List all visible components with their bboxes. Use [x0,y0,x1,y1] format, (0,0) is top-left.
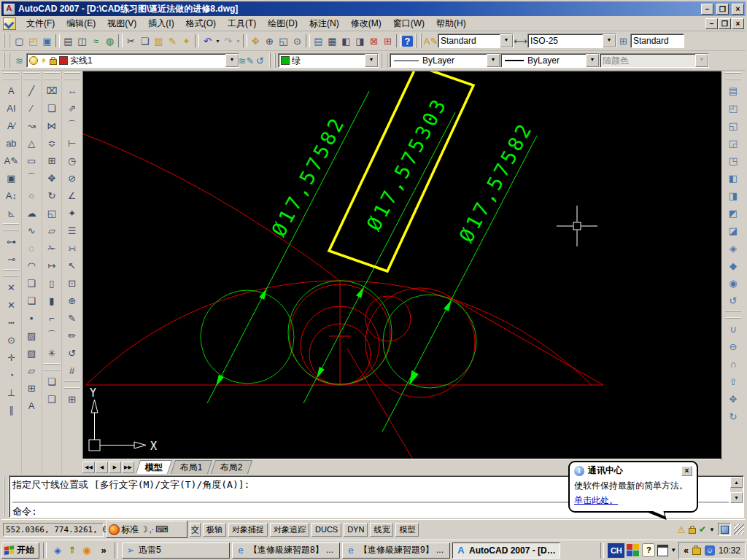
menu-modify[interactable]: 修改(M) [345,17,387,30]
help-icon[interactable]: ? [402,36,413,47]
frame-text-icon[interactable]: ▣ [2,169,20,187]
layer-combo[interactable]: ☀ 实线1 ▼ [26,53,239,68]
leader-icon[interactable]: ↖ [63,257,81,274]
layer-manager-icon[interactable]: ≋ [12,53,26,68]
distance-icon[interactable]: ⊶ [2,233,20,250]
toolbar-grip[interactable] [381,53,387,68]
move-icon[interactable]: ✥ [43,169,61,187]
nw-isometric-icon[interactable]: ◆ [724,257,742,274]
previous-view-icon[interactable]: ↺ [724,292,742,309]
revcloud-icon[interactable]: ☁ [23,204,40,222]
point-icon[interactable]: ▪ [23,309,40,327]
center-mark-icon[interactable]: ⊕ [63,292,81,309]
break-icon[interactable]: ▮ [43,292,61,309]
toolbar-grip[interactable] [269,53,276,68]
layer-dropdown-arrow[interactable]: ▼ [225,54,239,67]
dim-style-combo[interactable]: ISO-25 ▼ [527,34,616,48]
text-style-icon[interactable]: A✎ [2,152,20,169]
extrude-icon[interactable]: ⇧ [724,373,742,390]
popup-close-button[interactable]: × [681,466,692,476]
tab-model[interactable]: 模型 [136,460,172,474]
redo-icon[interactable]: ↷ [221,34,235,48]
layer-color-swatch[interactable] [59,56,68,65]
radius-dim-icon[interactable]: ◷ [63,152,81,169]
toggle-osnap[interactable]: 对象捕捉 [228,523,268,537]
new-icon[interactable]: ▢ [12,34,26,48]
fillet-icon[interactable]: ⌒ [43,327,61,344]
tray-security-lock-icon[interactable] [692,548,701,555]
stretch-icon[interactable]: ▱ [43,222,61,239]
minimize-button[interactable]: – [701,4,713,15]
arc-icon[interactable]: ⌒ [23,169,40,187]
break-point-icon[interactable]: ▯ [43,274,61,292]
construction-line-icon[interactable]: ∕ [23,99,40,117]
circle-icon[interactable]: ○ [23,187,40,204]
make-block-icon[interactable]: ❏ [23,292,40,309]
parallel-snap-icon[interactable]: ∥ [2,401,20,419]
task-autocad[interactable]: AAutoCAD 2007 - [D:... [452,542,560,559]
ellipse-icon[interactable]: ◌ [23,239,40,257]
dim-update-icon[interactable]: ↺ [63,344,81,362]
drawing-menu-icon[interactable] [3,18,16,30]
union-icon[interactable]: ∪ [724,320,742,338]
quicklaunch-desktop-icon[interactable]: ◈ [50,543,65,558]
save-icon[interactable]: ▣ [40,34,54,48]
trim-icon[interactable]: ✁ [43,239,61,257]
copy-clip-icon[interactable]: ❏ [138,34,152,48]
named-views-icon[interactable]: ▤ [724,82,742,99]
window-resize-grip[interactable] [734,524,744,534]
left-view-icon[interactable]: ◲ [724,134,742,152]
child-close-button[interactable]: × [732,18,744,29]
front-view-icon[interactable]: ◧ [724,169,742,187]
polyline-icon[interactable]: ↝ [23,117,40,134]
dim-table-icon[interactable]: ⊞ [63,390,81,408]
coordinate-readout[interactable]: 552.0366, 774.3261, 0.000 [3,523,104,537]
lineweight-combo[interactable]: ByLayer ▼ [500,53,600,68]
ordinate-dim-icon[interactable]: ⊢ [63,134,81,152]
scroll-down-arrow[interactable]: ▼ [730,492,743,503]
quicklaunch-flashget-icon[interactable]: ⇑ [65,543,80,558]
refedit-icon[interactable]: ✦ [179,34,193,48]
3d-move-icon[interactable]: ✥ [724,390,742,408]
paste-icon[interactable]: ▥ [152,34,166,48]
canvas-background[interactable] [83,71,721,459]
dwf-icon[interactable]: ◍ [103,34,117,48]
language-bar-restore-icon[interactable] [657,545,668,556]
text-icon[interactable]: AI [2,99,20,117]
explode-icon[interactable]: ✳ [43,344,61,362]
menu-insert[interactable]: 插入(I) [142,17,179,30]
arc-start-icon[interactable]: ◔ [2,366,20,384]
matchprop-icon[interactable]: ✎ [166,34,179,48]
scale-text-icon[interactable]: A↕ [2,187,20,204]
table-style-combo[interactable]: Standard [630,34,684,48]
camera-icon[interactable]: ◉ [724,274,742,292]
open-icon[interactable]: ◰ [26,34,40,48]
ime-logo-icon[interactable] [109,524,120,535]
tab-scroll-first-button[interactable]: ◀◀ [82,462,95,473]
text-style-manager-icon[interactable]: A✎ [424,34,438,48]
language-indicator[interactable]: CH [608,543,624,558]
toolpalettes-icon[interactable]: ◧ [339,34,353,48]
language-bar-options-arrow[interactable]: ▼ [670,547,676,553]
layer-properties-icon[interactable]: ≋✎ [239,53,253,68]
status-tray-dropdown-arrow[interactable]: ▼ [709,526,715,533]
bottom-view-icon[interactable]: ◱ [724,117,742,134]
toggle-polar[interactable]: 极轴 [203,523,226,537]
text-style-combo[interactable]: Standard ▼ [438,34,514,48]
donut-icon[interactable]: ⊙ [2,331,20,349]
scroll-up-arrow[interactable]: ▲ [730,477,743,488]
sheetset-icon[interactable]: ◨ [353,34,367,48]
tab-scroll-next-button[interactable]: ▶ [109,462,121,473]
quick-dim-icon[interactable]: ✦ [63,204,81,222]
snap-mid-icon[interactable]: ✕ [2,296,20,314]
communication-center-icon[interactable]: ⚠ [677,524,686,535]
region-icon[interactable]: ▱ [23,362,40,379]
menu-format[interactable]: 格式(O) [180,17,222,30]
baseline-dim-icon[interactable]: ☰ [63,222,81,239]
3d-orbit-icon[interactable]: ↻ [724,408,742,425]
polygon-icon[interactable]: △ [23,134,40,152]
ime-punctuation-icon[interactable]: ,· [150,526,154,534]
menu-window[interactable]: 窗口(W) [387,17,430,30]
edit-text-icon[interactable]: A∕ [2,117,20,134]
subtract-icon[interactable]: ⊖ [724,338,742,355]
